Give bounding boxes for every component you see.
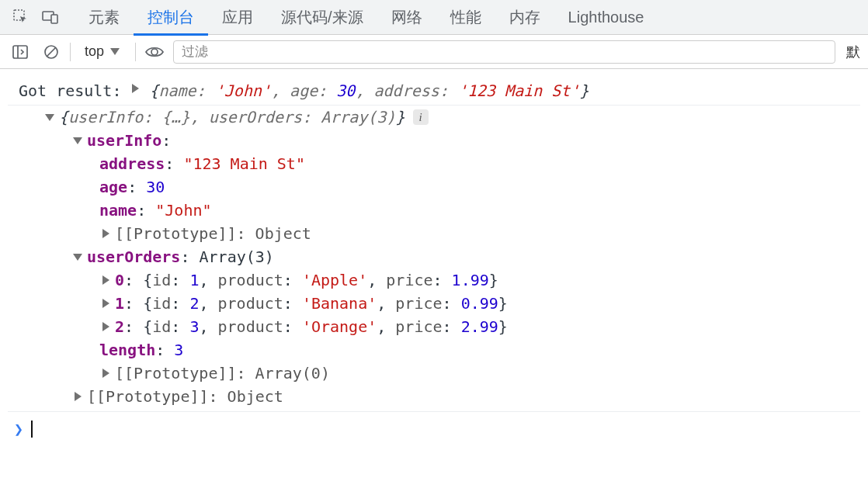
truncated-label: 默 — [842, 43, 860, 61]
log-prefix: Got result: — [19, 81, 121, 100]
context-selector[interactable]: top — [77, 40, 129, 63]
expand-toggle[interactable] — [99, 296, 112, 310]
expand-toggle[interactable] — [99, 366, 112, 380]
expand-toggle[interactable] — [71, 133, 84, 147]
svg-rect-2 — [51, 15, 57, 23]
inspect-element-icon[interactable] — [8, 4, 34, 30]
device-toolbar-icon[interactable] — [37, 4, 64, 30]
expand-toggle[interactable] — [99, 227, 112, 241]
expand-toggle[interactable] — [71, 389, 84, 403]
tab-memory[interactable]: 内存 — [495, 0, 554, 36]
toolbar-divider — [135, 43, 136, 61]
panel-tabs: 元素 控制台 应用 源代码/来源 网络 性能 内存 Lighthouse — [75, 0, 658, 36]
tab-lighthouse[interactable]: Lighthouse — [554, 1, 658, 34]
expand-toggle[interactable] — [99, 320, 112, 334]
devtools-tabbar: 元素 控制台 应用 源代码/来源 网络 性能 内存 Lighthouse — [0, 0, 868, 35]
toolbar-divider — [70, 43, 71, 61]
live-expression-icon[interactable] — [142, 40, 167, 64]
expand-toggle[interactable] — [71, 250, 84, 264]
svg-point-7 — [151, 49, 158, 55]
svg-rect-3 — [13, 46, 27, 58]
console-output: Got result: {name: 'John', age: 30, addr… — [0, 69, 868, 441]
log-row: Got result: {name: 'John', age: 30, addr… — [8, 77, 860, 106]
tab-network[interactable]: 网络 — [377, 0, 436, 36]
console-toolbar: top 默 — [0, 35, 868, 69]
toggle-sidebar-icon[interactable] — [8, 40, 33, 64]
info-icon[interactable]: i — [413, 109, 429, 125]
expand-toggle[interactable] — [43, 110, 56, 124]
console-prompt[interactable]: ❯ — [8, 411, 860, 441]
expand-toggle[interactable] — [99, 273, 112, 287]
text-cursor — [31, 421, 33, 438]
object-preview[interactable]: {name: 'John', age: 30, address: '123 Ma… — [149, 81, 589, 100]
tab-sources[interactable]: 源代码/来源 — [267, 0, 377, 36]
tab-application[interactable]: 应用 — [208, 0, 267, 36]
context-label: top — [85, 43, 104, 60]
chevron-right-icon: ❯ — [14, 420, 23, 438]
tab-console[interactable]: 控制台 — [134, 0, 208, 36]
log-row-expanded: {userInfo: {…}, userOrders: Array(3)} i … — [8, 106, 860, 408]
expand-toggle[interactable] — [129, 81, 141, 95]
tab-elements[interactable]: 元素 — [75, 0, 134, 36]
clear-console-icon[interactable] — [39, 40, 64, 64]
svg-line-6 — [47, 47, 56, 56]
object-summary[interactable]: {userInfo: {…}, userOrders: Array(3)} — [59, 106, 405, 129]
chevron-down-icon — [109, 45, 121, 59]
filter-input[interactable] — [173, 40, 835, 64]
tab-performance[interactable]: 性能 — [436, 0, 495, 36]
